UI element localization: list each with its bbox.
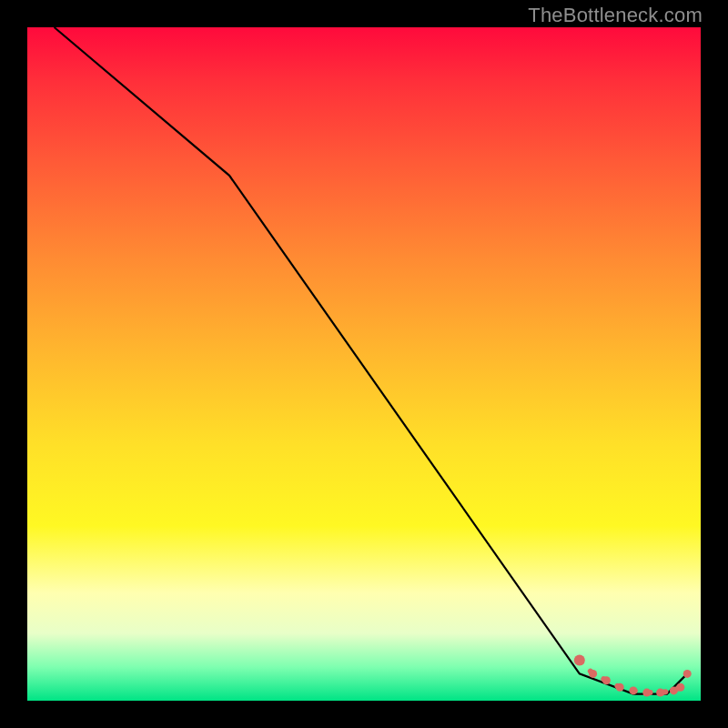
highlight-dots-group (574, 655, 692, 697)
chart-frame: { "watermark": "TheBottleneck.com", "cha… (0, 0, 728, 728)
highlight-dot (676, 683, 684, 692)
highlight-dot (642, 689, 651, 697)
highlight-dot (656, 689, 664, 697)
highlight-dot (616, 683, 624, 692)
highlight-dot (589, 670, 597, 678)
highlight-dot (574, 655, 585, 666)
highlight-dot (602, 676, 611, 684)
highlight-dot (630, 686, 638, 694)
highlight-dot (683, 670, 692, 678)
chart-overlay (27, 27, 701, 701)
bottleneck-curve-line (55, 27, 688, 694)
watermark-text: TheBottleneck.com (528, 4, 703, 27)
